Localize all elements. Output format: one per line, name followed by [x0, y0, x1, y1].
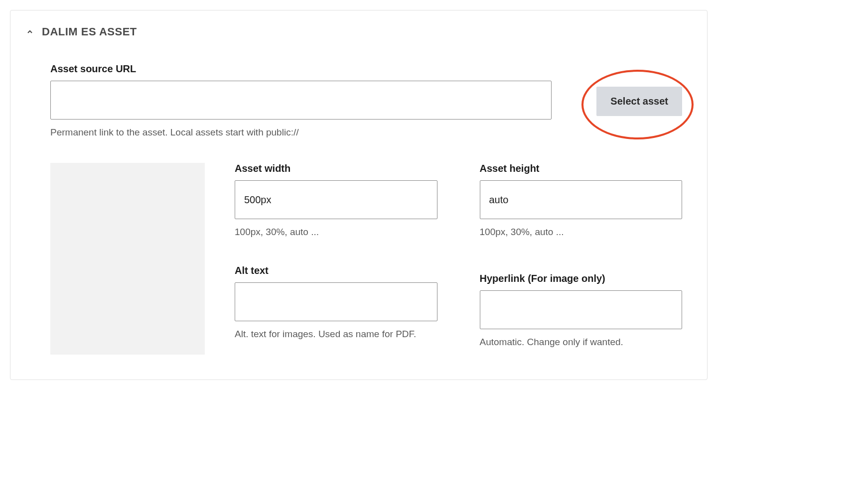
panel-content: Asset source URL Permanent link to the a…: [25, 63, 692, 355]
asset-source-help: Permanent link to the asset. Local asset…: [50, 127, 552, 138]
select-button-wrapper: Select asset: [596, 81, 682, 116]
asset-width-label: Asset width: [235, 163, 437, 174]
dalim-asset-panel: DALIM ES ASSET Asset source URL Permanen…: [10, 10, 708, 380]
asset-height-label: Asset height: [480, 163, 683, 174]
alt-text-group: Alt text Alt. text for images. Used as n…: [235, 265, 437, 355]
asset-source-group: Asset source URL Permanent link to the a…: [50, 63, 682, 138]
asset-width-group: Asset width 100px, 30%, auto ...: [235, 163, 437, 245]
asset-width-help: 100px, 30%, auto ...: [235, 227, 437, 238]
asset-source-label: Asset source URL: [50, 63, 682, 75]
lower-section: Asset width 100px, 30%, auto ... Asset h…: [50, 163, 682, 355]
asset-height-group: Asset height 100px, 30%, auto ...: [480, 163, 683, 245]
panel-title: DALIM ES ASSET: [42, 25, 137, 38]
asset-source-input[interactable]: [50, 81, 552, 120]
panel-header[interactable]: DALIM ES ASSET: [25, 25, 692, 38]
asset-preview: [50, 163, 205, 355]
hyperlink-help: Automatic. Change only if wanted.: [480, 337, 683, 348]
hyperlink-label: Hyperlink (For image only): [480, 273, 683, 284]
asset-height-help: 100px, 30%, auto ...: [480, 227, 683, 238]
select-asset-button[interactable]: Select asset: [596, 87, 682, 116]
alt-text-label: Alt text: [235, 265, 437, 276]
asset-width-input[interactable]: [235, 180, 437, 219]
hyperlink-group: Hyperlink (For image only) Automatic. Ch…: [480, 265, 683, 355]
alt-text-help: Alt. text for images. Used as name for P…: [235, 329, 437, 340]
asset-height-input[interactable]: [480, 180, 683, 219]
fields-grid: Asset width 100px, 30%, auto ... Asset h…: [235, 163, 682, 355]
url-row: Permanent link to the asset. Local asset…: [50, 81, 682, 138]
hyperlink-input[interactable]: [480, 290, 683, 329]
chevron-up-icon: [25, 27, 34, 36]
url-input-wrapper: Permanent link to the asset. Local asset…: [50, 81, 552, 138]
alt-text-input[interactable]: [235, 282, 437, 321]
